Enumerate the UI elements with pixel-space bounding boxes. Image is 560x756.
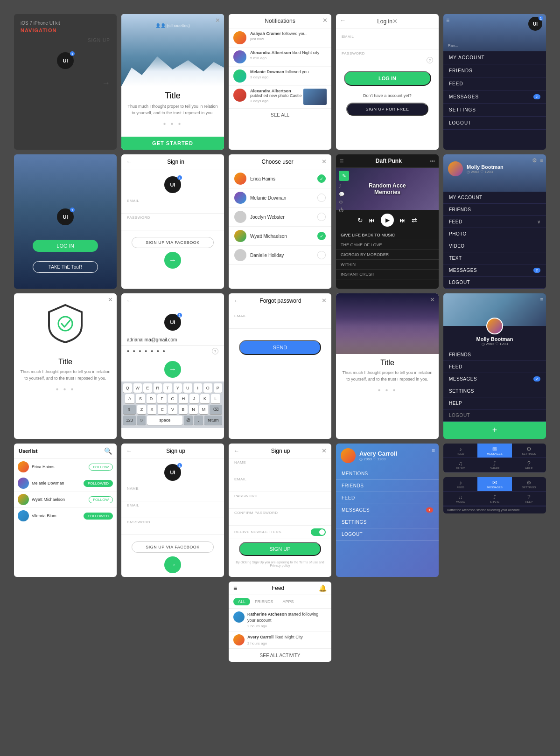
- signin-facebook-button[interactable]: SIGN UP VIA FACEBOOK: [132, 237, 214, 248]
- tab-feed-1[interactable]: ♪ FEED: [443, 444, 477, 458]
- password-hint-icon[interactable]: ?: [427, 57, 433, 63]
- plus-button[interactable]: +: [443, 422, 546, 439]
- messages-menu-item[interactable]: MESSAGES 2: [443, 90, 546, 104]
- repeat-button[interactable]: ↻: [357, 216, 363, 224]
- arrow-forward[interactable]: →: [21, 78, 110, 88]
- tab-feed-2[interactable]: ♪ FEED: [443, 477, 477, 491]
- key-at[interactable]: @: [184, 416, 193, 425]
- key-j[interactable]: J: [189, 394, 199, 403]
- signup2-password-input[interactable]: [127, 525, 218, 533]
- track-1[interactable]: GIVE LIFE BACK TO MUSIC: [336, 230, 439, 240]
- password-input[interactable]: [342, 56, 427, 64]
- dark-email-input[interactable]: [127, 336, 218, 343]
- tab-share-2[interactable]: ⤴ SHARE: [477, 492, 511, 506]
- follow-button-viktoria[interactable]: FOLLOWED: [84, 513, 113, 520]
- key-o[interactable]: O: [203, 383, 212, 393]
- track-2[interactable]: THE GAME OF LOVE: [336, 240, 439, 250]
- friends-menu-item[interactable]: FRIENDS: [443, 64, 546, 77]
- molly2-settings[interactable]: SETTINGS: [443, 385, 546, 397]
- follow-button-wyatt[interactable]: FOLLOW: [89, 496, 113, 503]
- user-item-danielle[interactable]: Danielle Holiday: [229, 246, 331, 265]
- key-q[interactable]: Q: [123, 383, 132, 393]
- check-wyatt[interactable]: ✓: [317, 232, 326, 240]
- gear-icon[interactable]: ⚙: [532, 157, 537, 164]
- tab-messages-2[interactable]: ✉ MESSAGES: [477, 477, 511, 491]
- molly-my-account[interactable]: MY ACCOUNT: [443, 192, 546, 204]
- tab-share-1[interactable]: ⤴ SHARE: [477, 458, 511, 472]
- key-shift[interactable]: ⇧: [123, 405, 136, 414]
- user-item-erica[interactable]: Erica Haims ✓: [229, 169, 331, 188]
- notification-item[interactable]: Alexandra Albertson liked Night city 5 m…: [229, 48, 331, 67]
- settings-icon[interactable]: ⚙: [339, 200, 344, 205]
- userlist-item-viktoria[interactable]: Viktoria Blum FOLLOWED: [14, 508, 117, 524]
- check-melanie[interactable]: [317, 194, 326, 202]
- key-s[interactable]: S: [136, 394, 145, 403]
- signin-email-input[interactable]: [127, 204, 218, 211]
- key-w[interactable]: W: [133, 383, 142, 393]
- tab-help-1[interactable]: ? HELP: [512, 458, 546, 472]
- login-button[interactable]: LOG IN: [344, 71, 431, 86]
- choose-user-close[interactable]: ✕: [322, 158, 327, 165]
- user-item-jocelyn[interactable]: Jocelyn Webster: [229, 208, 331, 227]
- signin-arrow-button[interactable]: →: [164, 252, 181, 269]
- molly-feed[interactable]: FEED ∨: [443, 216, 546, 228]
- key-m[interactable]: M: [199, 405, 208, 414]
- newsletter-toggle[interactable]: [311, 528, 326, 536]
- feed-item-1[interactable]: Katherine Atcheson started following you…: [229, 609, 331, 631]
- shuffle-button[interactable]: ⇄: [412, 216, 417, 224]
- molly2-feed[interactable]: FEED: [443, 361, 546, 373]
- follow-button-erica[interactable]: FOLLOW: [89, 464, 113, 471]
- notifications-close-button[interactable]: ✕: [322, 17, 328, 24]
- signup2-back-button[interactable]: ←: [126, 447, 132, 454]
- dark-arrow-button[interactable]: →: [164, 361, 181, 378]
- tab-settings-1[interactable]: ⚙ SETTINGS: [512, 444, 546, 458]
- molly-video[interactable]: VIDEO: [443, 240, 546, 252]
- power-icon[interactable]: ⏻: [339, 208, 344, 213]
- hamburger-icon[interactable]: ≡: [340, 157, 343, 165]
- molly2-logout[interactable]: LOGOUT: [443, 409, 546, 422]
- key-k[interactable]: K: [200, 394, 210, 403]
- molly-logout[interactable]: LOGOUT: [443, 277, 546, 289]
- user-item-melanie[interactable]: Melanie Dowman: [229, 188, 331, 208]
- molly2-messages[interactable]: MESSAGES 2: [443, 373, 546, 385]
- notification-item[interactable]: Alexandra Albertson published new photo …: [229, 86, 331, 108]
- key-c[interactable]: C: [158, 405, 167, 414]
- userlist-item-erica[interactable]: Erica Haims FOLLOW: [14, 459, 117, 475]
- dark-signin-back[interactable]: ←: [126, 297, 132, 304]
- send-button[interactable]: SEND: [239, 340, 321, 355]
- key-u[interactable]: U: [183, 383, 192, 393]
- sign-up-button[interactable]: SIGN UP: [21, 38, 110, 43]
- tab-messages-1[interactable]: ✉ MESSAGES: [477, 444, 511, 458]
- feed-item-2[interactable]: Avery Carroll liked Night City 2 hours a…: [229, 631, 331, 649]
- forgot-email-input[interactable]: [234, 319, 326, 326]
- key-t[interactable]: T: [163, 383, 172, 393]
- avery-menu-icon[interactable]: ≡: [432, 447, 435, 454]
- key-l[interactable]: L: [211, 394, 220, 403]
- check-erica[interactable]: ✓: [317, 174, 326, 183]
- tab-music-1[interactable]: ♫ MUSIC: [443, 458, 477, 472]
- signup-confirm-input[interactable]: [234, 516, 326, 523]
- user-item-wyatt[interactable]: Wyatt Michaelson ✓: [229, 227, 331, 246]
- signin-back-button[interactable]: ←: [126, 158, 132, 165]
- key-p[interactable]: P: [214, 383, 223, 393]
- key-e[interactable]: E: [143, 383, 152, 393]
- comment-icon[interactable]: 💬: [339, 192, 344, 197]
- molly-messages[interactable]: MESSAGES 2: [443, 264, 546, 277]
- avery-friends[interactable]: FRIENDS: [336, 480, 439, 492]
- avery-messages[interactable]: MESSAGES 1: [336, 504, 439, 516]
- forgot-back-button[interactable]: ←: [233, 297, 239, 304]
- feed-tab-friends[interactable]: FRIENDS: [250, 598, 278, 605]
- prev-button[interactable]: ⏮: [369, 216, 375, 224]
- feed-tab-apps[interactable]: APPS: [278, 598, 299, 605]
- key-emoji[interactable]: ☺: [137, 416, 146, 425]
- forgot-close-button[interactable]: ✕: [322, 297, 327, 304]
- avery-logout[interactable]: LOGOUT: [336, 528, 439, 541]
- music-options-icon[interactable]: •••: [430, 159, 435, 164]
- signup-full-close[interactable]: ✕: [322, 447, 327, 454]
- key-v[interactable]: V: [168, 405, 177, 414]
- track-3[interactable]: GIORGIO BY MORODER: [336, 250, 439, 260]
- key-123[interactable]: 123: [123, 416, 136, 425]
- signup-button[interactable]: SIGN UP: [239, 542, 321, 556]
- city-close-button[interactable]: ✕: [430, 296, 435, 303]
- tab-help-2[interactable]: ? HELP: [512, 492, 546, 506]
